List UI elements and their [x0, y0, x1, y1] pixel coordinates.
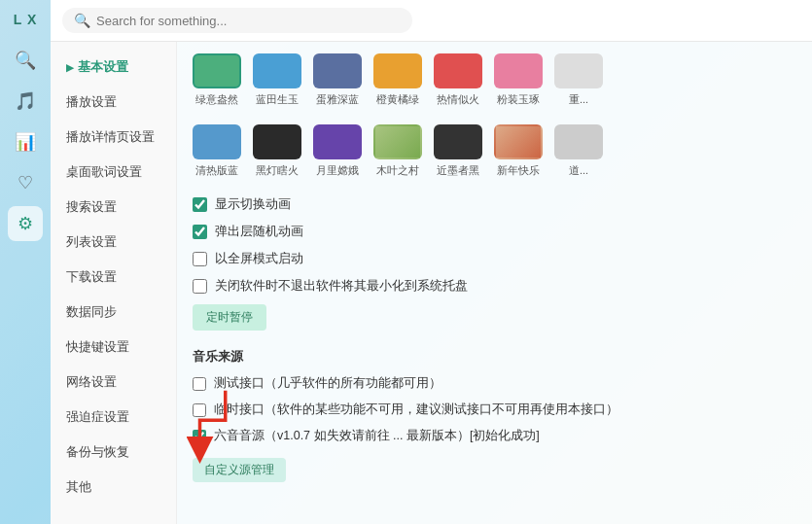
- theme-item-purple[interactable]: 月里嫦娥: [313, 124, 362, 178]
- theme-item-more2[interactable]: 道...: [554, 124, 603, 178]
- nav-arrow-icon: ▶: [66, 62, 74, 73]
- nav-item-detail-page[interactable]: 播放详情页设置: [51, 120, 176, 155]
- theme-label-deepblue: 蛋雅深蓝: [316, 92, 359, 107]
- source-row-liuyin: 六音音源（v1.0.7 如失效请前往 ... 最新版本）[初始化成功]: [193, 428, 796, 444]
- nav-item-shortcuts[interactable]: 快捷键设置: [51, 330, 176, 365]
- label-animation: 显示切换动画: [215, 195, 291, 213]
- theme-label-lightblue: 清热版蓝: [195, 163, 238, 178]
- nav-section-title[interactable]: ▶ 基本设置: [51, 50, 176, 85]
- nav-item-other[interactable]: 其他: [51, 470, 176, 505]
- music-source-heading: 音乐来源: [193, 348, 796, 366]
- source-row-test: 测试接口（几乎软件的所有功能都可用）: [193, 375, 796, 392]
- manage-sources-button[interactable]: 自定义源管理: [193, 458, 286, 482]
- checkbox-animation[interactable]: [193, 197, 207, 212]
- theme-item-inkblack[interactable]: 近墨者黑: [434, 124, 482, 178]
- theme-swatch-blue: [253, 53, 301, 88]
- theme-label-inkblack: 近墨者黑: [437, 163, 479, 178]
- theme-label-dark: 黑灯瞎火: [256, 163, 299, 178]
- check-row-minimize: 关闭软件时不退出软件将其最小化到系统托盘: [193, 277, 796, 295]
- check-row-animation: 显示切换动画: [193, 195, 796, 213]
- sidebar-icon-music[interactable]: 🎵: [8, 84, 43, 119]
- checkbox-fullscreen[interactable]: [193, 252, 207, 266]
- nav-item-backup[interactable]: 备份与恢复: [51, 435, 176, 470]
- theme-swatch-red: [434, 53, 482, 88]
- theme-label-red: 热情似火: [437, 92, 479, 107]
- theme-item-newyear[interactable]: 新年快乐: [494, 124, 543, 178]
- theme-label-pink: 粉装玉琢: [497, 92, 540, 107]
- theme-item-more1[interactable]: 重...: [554, 53, 603, 107]
- theme-item-forest[interactable]: 木叶之村: [373, 124, 422, 178]
- theme-swatch-newyear: [494, 124, 543, 159]
- theme-swatch-more1: [554, 53, 603, 88]
- search-input[interactable]: [96, 14, 401, 28]
- theme-swatch-dark: [253, 124, 301, 159]
- sidebar-icon-settings[interactable]: ⚙: [8, 206, 43, 241]
- nav-item-network[interactable]: 网络设置: [51, 365, 176, 400]
- theme-item-red[interactable]: 热情似火: [434, 53, 482, 107]
- theme-label-purple: 月里嫦娥: [316, 163, 359, 178]
- label-random-anim: 弹出层随机动画: [215, 223, 303, 240]
- source-row-temp: 临时接口（软件的某些功能不可用，建议测试接口不可用再使用本接口）: [193, 402, 796, 418]
- app-logo: L X: [14, 12, 38, 27]
- theme-row-1: 绿意盎然 蓝田生玉 蛋雅深蓝 橙黄橘绿 热情似火: [193, 53, 796, 111]
- check-row-random-anim: 弹出层随机动画: [193, 223, 796, 240]
- theme-item-blue[interactable]: 蓝田生玉: [253, 53, 301, 107]
- theme-swatch-deepblue: [313, 53, 362, 88]
- icon-sidebar: L X 🔍 🎵 📊 ♡ ⚙: [0, 0, 51, 524]
- theme-row-2: 清热版蓝 黑灯瞎火 月里嫦娥 木叶之村 近墨者黑: [193, 124, 796, 182]
- search-box: 🔍: [62, 8, 412, 33]
- label-minimize: 关闭软件时不退出软件将其最小化到系统托盘: [215, 277, 468, 295]
- theme-swatch-lightblue: [193, 124, 241, 159]
- sidebar-icon-search[interactable]: 🔍: [8, 43, 43, 78]
- theme-label-forest: 木叶之村: [376, 163, 419, 178]
- check-row-fullscreen: 以全屏模式启动: [193, 250, 796, 267]
- settings-panel: 绿意盎然 蓝田生玉 蛋雅深蓝 橙黄橘绿 热情似火: [177, 42, 812, 524]
- theme-swatch-inkblack: [434, 124, 482, 159]
- sidebar-icon-chart[interactable]: 📊: [8, 124, 43, 159]
- theme-label-green: 绿意盎然: [195, 92, 238, 107]
- theme-swatch-forest: [373, 124, 422, 159]
- nav-menu: ▶ 基本设置 播放设置 播放详情页设置 桌面歌词设置 搜索设置 列表设置 下载设…: [51, 42, 177, 524]
- checkbox-liuyin[interactable]: [193, 430, 206, 443]
- theme-item-green[interactable]: 绿意盎然: [193, 53, 241, 107]
- checkbox-minimize[interactable]: [193, 279, 207, 294]
- theme-label-more1: 重...: [569, 92, 588, 107]
- content-area: ▶ 基本设置 播放设置 播放详情页设置 桌面歌词设置 搜索设置 列表设置 下载设…: [51, 42, 812, 524]
- nav-item-download[interactable]: 下载设置: [51, 260, 176, 295]
- theme-label-newyear: 新年快乐: [497, 163, 540, 178]
- nav-item-playback[interactable]: 播放设置: [51, 85, 176, 120]
- theme-swatch-purple: [313, 124, 362, 159]
- theme-label-more2: 道...: [569, 163, 588, 178]
- label-test-api: 测试接口（几乎软件的所有功能都可用）: [214, 375, 796, 392]
- nav-item-desktop-lyrics[interactable]: 桌面歌词设置: [51, 155, 176, 190]
- label-temp-api: 临时接口（软件的某些功能不可用，建议测试接口不可用再使用本接口）: [214, 402, 796, 418]
- label-fullscreen: 以全屏模式启动: [215, 250, 303, 267]
- checkbox-temp-api[interactable]: [193, 403, 206, 417]
- theme-item-dark[interactable]: 黑灯瞎火: [253, 124, 301, 178]
- sidebar-icon-heart[interactable]: ♡: [8, 165, 43, 200]
- theme-swatch-green: [193, 53, 241, 88]
- nav-item-list[interactable]: 列表设置: [51, 225, 176, 260]
- label-liuyin: 六音音源（v1.0.7 如失效请前往 ... 最新版本）[初始化成功]: [214, 428, 796, 444]
- nav-item-search[interactable]: 搜索设置: [51, 190, 176, 225]
- theme-item-deepblue[interactable]: 蛋雅深蓝: [313, 53, 362, 107]
- theme-item-lightblue[interactable]: 清热版蓝: [193, 124, 241, 178]
- theme-item-pink[interactable]: 粉装玉琢: [494, 53, 543, 107]
- checkbox-random-anim[interactable]: [193, 225, 207, 239]
- sources-container: 测试接口（几乎软件的所有功能都可用） 临时接口（软件的某些功能不可用，建议测试接…: [193, 375, 796, 444]
- main-area: 🔍 ▶ 基本设置 播放设置 播放详情页设置 桌面歌词设置 搜索设置 列表设置 下…: [51, 0, 812, 524]
- search-icon: 🔍: [74, 13, 90, 28]
- nav-item-ocd[interactable]: 强迫症设置: [51, 400, 176, 435]
- checkbox-test-api[interactable]: [193, 377, 206, 391]
- top-bar: 🔍: [51, 0, 812, 42]
- schedule-button[interactable]: 定时暂停: [193, 304, 266, 331]
- theme-swatch-more2: [554, 124, 603, 159]
- theme-swatch-orange: [373, 53, 422, 88]
- nav-item-sync[interactable]: 数据同步: [51, 295, 176, 330]
- theme-label-orange: 橙黄橘绿: [376, 92, 419, 107]
- theme-item-orange[interactable]: 橙黄橘绿: [373, 53, 422, 107]
- theme-label-blue: 蓝田生玉: [256, 92, 299, 107]
- theme-swatch-pink: [494, 53, 543, 88]
